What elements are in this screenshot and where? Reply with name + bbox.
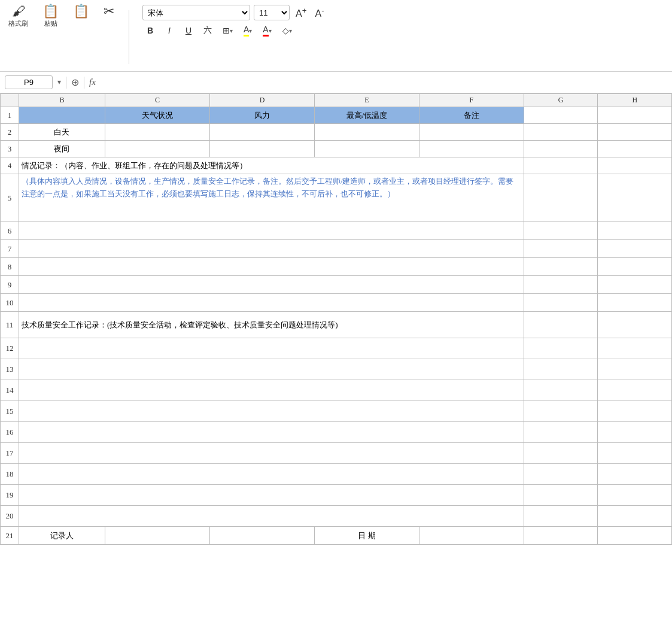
cell-h15[interactable] xyxy=(598,401,672,422)
cell-g13[interactable] xyxy=(524,359,598,380)
erase-button[interactable]: ◇ ▾ xyxy=(279,23,296,38)
cell-d3[interactable] xyxy=(209,141,314,157)
situation-label-cell[interactable]: 情况记录：（内容、作业、班组工作，存在的问题及处理情况等） xyxy=(19,157,524,174)
underline-button[interactable]: U xyxy=(181,23,196,38)
cell-btoF8[interactable] xyxy=(19,258,524,276)
cell-h10[interactable] xyxy=(598,294,672,312)
cell-h12[interactable] xyxy=(598,338,672,359)
cell-e2[interactable] xyxy=(314,124,419,141)
cell-h7[interactable] xyxy=(598,240,672,258)
cell-h1[interactable] xyxy=(598,107,672,124)
cell-d1[interactable]: 风力 xyxy=(209,107,314,124)
cell-h8[interactable] xyxy=(598,258,672,276)
cell-h13[interactable] xyxy=(598,359,672,380)
cell-g4[interactable] xyxy=(524,157,598,174)
cell-g2[interactable] xyxy=(524,124,598,141)
formula-search-icon[interactable]: ⊕ xyxy=(71,77,79,88)
cell-g1[interactable] xyxy=(524,107,598,124)
cell-btoF6[interactable] xyxy=(19,222,524,240)
cell-g11[interactable] xyxy=(524,312,598,338)
cell-g16[interactable] xyxy=(524,422,598,443)
situation-note-cell[interactable]: （具体内容填入人员情况，设备情况，生产情况，质量安全工作记录，备注。然后交予工程… xyxy=(19,174,524,222)
cell-h20[interactable] xyxy=(598,506,672,527)
cell-ref-dropdown[interactable]: ▾ xyxy=(57,78,61,87)
cell-g20[interactable] xyxy=(524,506,598,527)
cell-reference-input[interactable]: P9 xyxy=(5,75,53,89)
fx-label[interactable]: fx xyxy=(89,77,96,87)
cell-g14[interactable] xyxy=(524,380,598,401)
cell-btoF17[interactable] xyxy=(19,443,524,464)
cell-g10[interactable] xyxy=(524,294,598,312)
font-color-button[interactable]: A ▾ xyxy=(259,23,275,38)
paste-button[interactable]: 📋 粘贴 xyxy=(39,2,62,31)
cell-btoF16[interactable] xyxy=(19,422,524,443)
cell-f2[interactable] xyxy=(419,124,524,141)
cell-btoF18[interactable] xyxy=(19,464,524,485)
border-button[interactable]: ⊞ ▾ xyxy=(219,23,236,38)
cell-h4[interactable] xyxy=(598,157,672,174)
cell-g3[interactable] xyxy=(524,141,598,157)
cell-g8[interactable] xyxy=(524,258,598,276)
cell-h5[interactable] xyxy=(598,174,672,222)
cell-f1[interactable]: 备注 xyxy=(419,107,524,124)
bold-button[interactable]: B xyxy=(142,23,158,38)
col-header-d[interactable]: D xyxy=(209,94,314,107)
cell-h2[interactable] xyxy=(598,124,672,141)
cell-g17[interactable] xyxy=(524,443,598,464)
cell-g6[interactable] xyxy=(524,222,598,240)
cell-b1[interactable] xyxy=(19,107,105,124)
cell-b3[interactable]: 夜间 xyxy=(19,141,105,157)
cell-h21[interactable] xyxy=(598,527,672,545)
cell-btoF15[interactable] xyxy=(19,401,524,422)
cell-btoF14[interactable] xyxy=(19,380,524,401)
cell-h18[interactable] xyxy=(598,464,672,485)
cell-h16[interactable] xyxy=(598,422,672,443)
cell-d21[interactable] xyxy=(209,527,314,545)
cut-button[interactable]: ✂ xyxy=(100,2,118,20)
cell-btoF19[interactable] xyxy=(19,485,524,506)
font-size-decrease-button[interactable]: A- xyxy=(312,5,326,20)
col-header-g[interactable]: G xyxy=(524,94,598,107)
font-family-select[interactable]: 宋体 xyxy=(142,5,250,20)
col-header-c[interactable]: C xyxy=(105,94,209,107)
cell-g5[interactable] xyxy=(524,174,598,222)
tech-label-cell[interactable]: 技术质量安全工作记录：(技术质量安全活动，检查评定验收、技术质量安全问题处理情况… xyxy=(19,312,524,338)
cell-c1[interactable]: 天气状况 xyxy=(105,107,209,124)
copy-format-button[interactable]: 📋 xyxy=(69,2,93,20)
cell-h6[interactable] xyxy=(598,222,672,240)
cell-btoF9[interactable] xyxy=(19,276,524,294)
cell-e3[interactable] xyxy=(314,141,419,157)
fill-color-button[interactable]: A ▾ xyxy=(240,23,256,38)
cell-f21[interactable] xyxy=(419,527,524,545)
cell-btoF12[interactable] xyxy=(19,338,524,359)
cell-c2[interactable] xyxy=(105,124,209,141)
cell-h17[interactable] xyxy=(598,443,672,464)
cell-h14[interactable] xyxy=(598,380,672,401)
cell-d2[interactable] xyxy=(209,124,314,141)
font-size-increase-button[interactable]: A+ xyxy=(293,5,309,20)
formula-input[interactable] xyxy=(101,78,667,87)
italic-button[interactable]: I xyxy=(162,23,177,38)
format-painter-button[interactable]: 🖌 格式刷 xyxy=(5,2,32,31)
cell-g7[interactable] xyxy=(524,240,598,258)
cell-g9[interactable] xyxy=(524,276,598,294)
col-header-f[interactable]: F xyxy=(419,94,524,107)
cell-g21[interactable] xyxy=(524,527,598,545)
col-header-b[interactable]: B xyxy=(19,94,105,107)
cell-btoF20[interactable] xyxy=(19,506,524,527)
cell-g18[interactable] xyxy=(524,464,598,485)
cell-g15[interactable] xyxy=(524,401,598,422)
cell-h9[interactable] xyxy=(598,276,672,294)
cell-c3[interactable] xyxy=(105,141,209,157)
cell-e1[interactable]: 最高/低温度 xyxy=(314,107,419,124)
recorder-label-cell[interactable]: 记录人 xyxy=(19,527,105,545)
cell-h11[interactable] xyxy=(598,312,672,338)
cell-btoF7[interactable] xyxy=(19,240,524,258)
cell-g19[interactable] xyxy=(524,485,598,506)
cell-btoF10[interactable] xyxy=(19,294,524,312)
col-header-h[interactable]: H xyxy=(598,94,672,107)
cell-b2[interactable]: 白天 xyxy=(19,124,105,141)
date-label-cell[interactable]: 日 期 xyxy=(314,527,419,545)
cell-btoF13[interactable] xyxy=(19,359,524,380)
cell-h19[interactable] xyxy=(598,485,672,506)
